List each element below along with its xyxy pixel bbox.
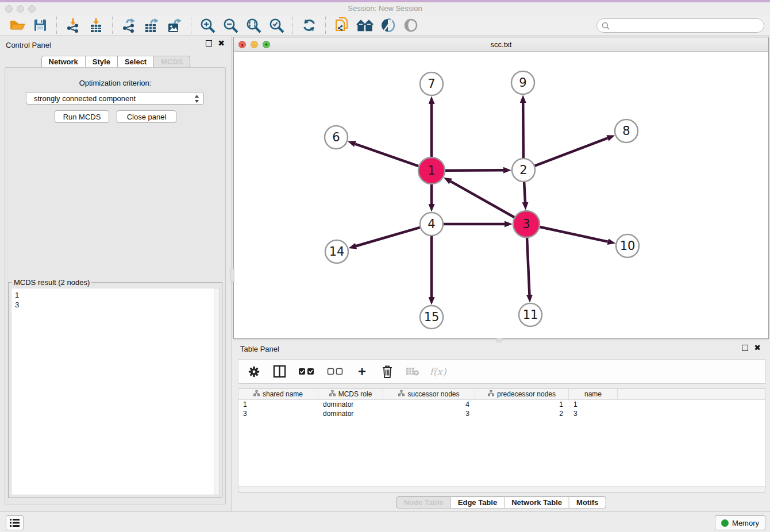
control-panel-tabs: NetworkStyleSelectMCDS (41, 56, 191, 68)
graph-node-8[interactable]: 8 (615, 119, 638, 142)
export-table-icon[interactable] (142, 17, 161, 34)
tab-mcds[interactable]: MCDS (154, 56, 190, 68)
column-header-shared-name[interactable]: shared name (238, 389, 318, 399)
shared-column-icon (253, 390, 260, 398)
optimization-criterion-select[interactable]: strongly connected component (26, 92, 204, 105)
import-network-icon[interactable] (63, 17, 83, 34)
edge-3-10[interactable] (540, 227, 607, 242)
graph-node-11[interactable]: 11 (519, 303, 542, 326)
column-label: shared name (263, 390, 303, 398)
export-image-icon[interactable] (165, 17, 184, 34)
zoom-selected-icon[interactable] (267, 17, 286, 34)
network-view-window: x - + scc.txt 1234678910111415 (233, 37, 769, 339)
add-row-icon[interactable]: + (355, 363, 369, 380)
svg-text:14: 14 (329, 245, 345, 259)
column-label: name (584, 390, 602, 398)
tab-node-table[interactable]: Node Table (396, 496, 451, 508)
graph-node-3[interactable]: 3 (513, 211, 540, 237)
apply-style-icon[interactable] (378, 17, 398, 34)
svg-text:7: 7 (428, 77, 435, 91)
table-cell: 3 (383, 409, 475, 418)
result-scrollbar[interactable] (214, 288, 219, 495)
show-panels-button[interactable] (6, 515, 24, 530)
close-panel-button[interactable]: Close panel (117, 110, 176, 123)
tab-motifs[interactable]: Motifs (569, 496, 606, 508)
column-header-predecessor-nodes[interactable]: predecessor nodes (475, 389, 569, 399)
window-titlebar[interactable]: Session: New Session (0, 2, 770, 16)
edge-4-14[interactable] (356, 228, 420, 246)
zoom-out-icon[interactable] (221, 17, 240, 34)
zoom-in-icon[interactable] (198, 17, 217, 34)
function-builder-icon[interactable]: f(x) (430, 363, 445, 380)
edge-2-8[interactable] (535, 138, 608, 165)
clear-all-checks-icon[interactable] (326, 363, 344, 380)
graph-node-9[interactable]: 9 (511, 71, 534, 94)
open-session-icon[interactable] (7, 17, 27, 34)
table-horizontal-scrollbar[interactable] (238, 486, 765, 492)
table-panel-tabs: Node TableEdge TableNetwork TableMotifs (396, 496, 606, 508)
graph-node-14[interactable]: 14 (325, 240, 348, 263)
graph-node-1[interactable]: 1 (418, 157, 445, 184)
search-field[interactable] (596, 18, 764, 33)
delete-row-icon[interactable] (380, 363, 395, 380)
graph-node-4[interactable]: 4 (420, 213, 443, 236)
network-canvas[interactable]: 1234678910111415 (234, 52, 768, 338)
memory-button[interactable]: Memory (715, 515, 765, 530)
mcds-result-list[interactable]: 13 (11, 288, 220, 495)
horizontal-splitter-handle[interactable] (496, 338, 502, 342)
column-header-MCDS-role[interactable]: MCDS role (318, 389, 383, 399)
graph-node-10[interactable]: 10 (616, 234, 639, 257)
export-network-icon[interactable] (119, 17, 138, 34)
search-input[interactable] (613, 21, 764, 30)
svg-text:2: 2 (519, 163, 527, 177)
zoom-fit-icon[interactable] (244, 17, 263, 34)
graph-node-7[interactable]: 7 (420, 72, 443, 95)
delete-table-icon[interactable] (405, 363, 420, 380)
select-all-checks-icon[interactable] (297, 363, 315, 380)
tab-network[interactable]: Network (41, 56, 86, 68)
application-window: Session: New Session (0, 0, 770, 532)
edge-1-2[interactable] (445, 170, 503, 171)
home-icon[interactable] (355, 17, 375, 34)
column-header-name[interactable]: name (569, 389, 618, 399)
tab-style[interactable]: Style (86, 56, 118, 68)
svg-text:1: 1 (428, 164, 435, 178)
node-table[interactable]: shared nameMCDS rolesuccessor nodesprede… (238, 388, 765, 493)
graph-node-2[interactable]: 2 (512, 159, 535, 182)
float-table-panel-icon[interactable] (742, 345, 748, 351)
close-table-panel-icon[interactable]: ✖ (754, 345, 761, 351)
edge-2-3[interactable] (524, 182, 525, 202)
table-body: 1dominator4113dominator323 (238, 400, 765, 418)
status-bar: Memory (0, 511, 770, 532)
edge-1-6[interactable] (355, 144, 418, 167)
edge-3-1[interactable] (451, 182, 514, 218)
float-panel-icon[interactable] (206, 40, 212, 47)
table-row[interactable]: 1dominator411 (238, 400, 765, 409)
tab-edge-table[interactable]: Edge Table (451, 496, 505, 508)
import-table-icon[interactable] (86, 17, 106, 34)
hide-details-icon[interactable] (401, 17, 421, 34)
graph-node-15[interactable]: 15 (420, 306, 443, 329)
shared-column-icon (488, 390, 494, 398)
close-panel-icon[interactable]: ✖ (218, 40, 225, 47)
column-header-successor-nodes[interactable]: successor nodes (383, 389, 475, 399)
graph-node-6[interactable]: 6 (325, 126, 348, 149)
svg-text:6: 6 (332, 130, 340, 144)
select-stepper-icon (194, 94, 199, 105)
edge-3-11[interactable] (527, 238, 529, 295)
save-session-icon[interactable] (30, 17, 50, 34)
memory-label: Memory (732, 519, 759, 527)
table-cell: 2 (475, 409, 569, 418)
refresh-view-icon[interactable] (299, 17, 319, 34)
table-settings-icon[interactable] (247, 363, 261, 380)
window-title: Session: New Session (0, 4, 770, 13)
tab-select[interactable]: Select (118, 56, 154, 68)
tab-network-table[interactable]: Network Table (505, 496, 569, 508)
vertical-splitter-handle[interactable] (230, 269, 234, 282)
edge-2-9[interactable] (523, 103, 523, 158)
show-columns-icon[interactable] (272, 363, 287, 380)
new-session-from-network-icon[interactable] (332, 17, 352, 34)
run-mcds-button[interactable]: Run MCDS (55, 110, 109, 123)
network-window-titlebar[interactable]: x - + scc.txt (234, 37, 768, 52)
table-row[interactable]: 3dominator323 (238, 409, 765, 418)
